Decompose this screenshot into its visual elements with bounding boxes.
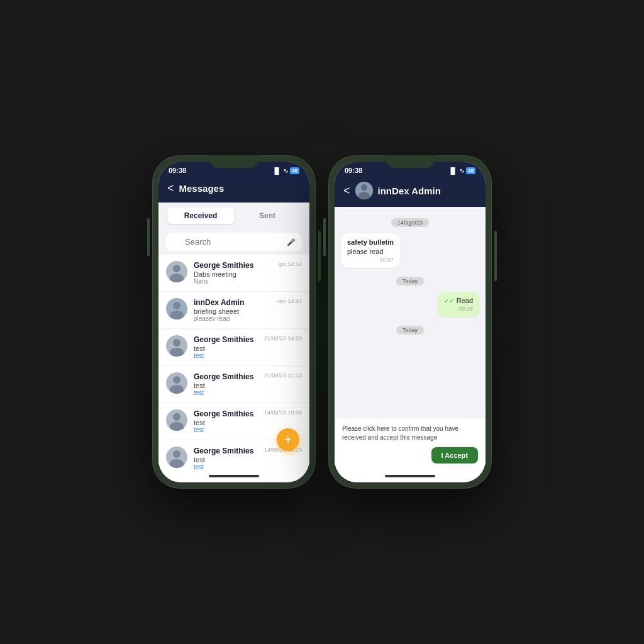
msg-sender: George Smithies bbox=[194, 409, 253, 418]
avatar bbox=[166, 372, 187, 394]
bubble-title: safety bulletin bbox=[347, 238, 394, 246]
phone-right-screen: 09:38 ▐▌ ∿ 48 < innDex Admin bbox=[335, 162, 486, 482]
msg-time: 21/08/23 14:20 bbox=[264, 335, 302, 341]
contact-name: innDex Admin bbox=[378, 186, 441, 196]
search-bar: 🔍 🎤 bbox=[158, 229, 309, 255]
date-label-3: Today bbox=[341, 323, 479, 335]
list-item[interactable]: innDex Admin ven 14:42 briefing sheeet p… bbox=[158, 292, 309, 329]
compose-fab[interactable]: + bbox=[277, 428, 299, 451]
search-wrapper: 🔍 🎤 bbox=[166, 233, 302, 251]
tab-sent[interactable]: Sent bbox=[234, 208, 301, 224]
phone-right: 09:38 ▐▌ ∿ 48 < innDex Admin bbox=[328, 155, 492, 489]
bubble-content-sent: ✓✓ Read 09:38 bbox=[438, 292, 479, 317]
msg-preview: test bbox=[194, 389, 302, 396]
msg-time: 14/08/23 19:58 bbox=[264, 409, 302, 416]
msg-top-row: George Smithies 21/08/23 11:13 bbox=[194, 372, 302, 382]
avatar bbox=[166, 335, 187, 357]
messages-title: Messages bbox=[179, 183, 225, 194]
tab-bar: Received Sent bbox=[158, 203, 309, 229]
avatar bbox=[166, 261, 187, 282]
msg-time: 21/08/23 11:13 bbox=[264, 372, 302, 379]
date-label-2: Today bbox=[341, 274, 479, 286]
bubble-content-received: safety bulletin please read 10:37 bbox=[341, 233, 400, 268]
msg-top-row: George Smithies gio 14:14 bbox=[194, 261, 302, 270]
notch-left bbox=[209, 155, 259, 168]
chat-messages: 14/ago/23 safety bulletin please read 10… bbox=[335, 207, 486, 418]
signal-icon: ▐▌ bbox=[272, 167, 281, 174]
msg-subject: test bbox=[194, 345, 302, 352]
msg-sender: George Smithies bbox=[194, 372, 253, 381]
received-bubble: safety bulletin please read 10:37 bbox=[341, 233, 400, 268]
nav-header-left: < Messages bbox=[158, 177, 309, 203]
msg-subject: test bbox=[194, 419, 302, 426]
phone-left: 09:38 ▐▌ ∿ 48 < Messages Received Sent bbox=[152, 155, 316, 489]
wifi-icon: ∿ bbox=[283, 167, 288, 174]
status-icons-left: ▐▌ ∿ 48 bbox=[272, 167, 299, 174]
status-icons-right: ▐▌ ∿ 48 bbox=[448, 167, 475, 174]
scene: 09:38 ▐▌ ∿ 48 < Messages Received Sent bbox=[0, 0, 644, 644]
msg-top-row: George Smithies 21/08/23 14:20 bbox=[194, 335, 302, 345]
msg-sender: innDex Admin bbox=[194, 298, 244, 307]
chat-screen: 14/ago/23 safety bulletin please read 10… bbox=[335, 207, 486, 482]
avatar bbox=[166, 447, 187, 468]
avatar bbox=[166, 409, 187, 431]
notch-right bbox=[385, 155, 435, 168]
time-right: 09:38 bbox=[345, 167, 362, 174]
read-check-icon: ✓✓ bbox=[444, 297, 454, 304]
msg-subject: briefing sheeet bbox=[194, 308, 302, 315]
contact-avatar bbox=[355, 182, 373, 199]
msg-preview: test bbox=[194, 352, 302, 359]
accept-section: Please click here to confirm that you ha… bbox=[335, 418, 486, 470]
msg-sender: George Smithies bbox=[194, 335, 253, 344]
home-bar-right bbox=[385, 475, 435, 477]
msg-preview: Nans bbox=[194, 278, 302, 285]
home-bar bbox=[209, 475, 259, 477]
msg-sender: George Smithies bbox=[194, 261, 253, 270]
date-badge-3: Today bbox=[396, 326, 424, 335]
wifi-icon-right: ∿ bbox=[459, 167, 464, 174]
bubble-time-received: 10:37 bbox=[347, 257, 394, 263]
msg-subject: test bbox=[194, 382, 302, 389]
msg-top-row: George Smithies 14/08/23 19:58 bbox=[194, 409, 302, 419]
list-item[interactable]: George Smithies 21/08/23 14:20 test test bbox=[158, 329, 309, 366]
msg-preview: pleasev read bbox=[194, 315, 302, 322]
sent-text: Read bbox=[457, 297, 473, 304]
bubble-time-sent: 09:38 bbox=[444, 306, 473, 312]
date-badge: 14/ago/23 bbox=[391, 218, 429, 227]
msg-content: innDex Admin ven 14:42 briefing sheeet p… bbox=[194, 298, 302, 322]
list-item[interactable]: George Smithies 21/08/23 11:13 test test bbox=[158, 366, 309, 403]
msg-sender: George Smithies bbox=[194, 447, 253, 455]
battery-right: 48 bbox=[466, 167, 475, 174]
signal-icon-right: ▐▌ bbox=[448, 167, 457, 174]
list-item[interactable]: George Smithies gio 14:14 Dabs meeting N… bbox=[158, 255, 309, 292]
msg-subject: Dabs meeting bbox=[194, 270, 302, 278]
msg-time: ven 14:42 bbox=[277, 298, 302, 304]
sent-bubble: ✓✓ Read 09:38 bbox=[438, 292, 479, 317]
msg-preview: test bbox=[194, 464, 302, 470]
msg-time: gio 14:14 bbox=[279, 261, 302, 267]
accept-button[interactable]: I Accept bbox=[431, 447, 478, 464]
back-button-left[interactable]: < bbox=[167, 182, 174, 195]
back-button-right[interactable]: < bbox=[343, 184, 350, 197]
chat-nav-header: < innDex Admin bbox=[335, 177, 486, 207]
avatar bbox=[166, 298, 187, 319]
accept-text: Please click here to confirm that you ha… bbox=[342, 425, 478, 442]
battery-left: 48 bbox=[290, 167, 299, 174]
phone-left-screen: 09:38 ▐▌ ∿ 48 < Messages Received Sent bbox=[158, 162, 309, 482]
msg-content: George Smithies gio 14:14 Dabs meeting N… bbox=[194, 261, 302, 285]
msg-content: George Smithies 21/08/23 11:13 test test bbox=[194, 372, 302, 396]
time-left: 09:38 bbox=[169, 167, 186, 174]
mic-icon: 🎤 bbox=[287, 238, 296, 246]
msg-subject: test bbox=[194, 456, 302, 464]
msg-content: George Smithies 21/08/23 14:20 test test bbox=[194, 335, 302, 359]
tab-received[interactable]: Received bbox=[167, 208, 234, 224]
msg-top-row: innDex Admin ven 14:42 bbox=[194, 298, 302, 308]
bubble-body: please read bbox=[347, 248, 394, 255]
home-indicator-left bbox=[158, 470, 309, 482]
date-label-1: 14/ago/23 bbox=[341, 216, 479, 227]
search-input[interactable] bbox=[166, 233, 302, 251]
home-indicator-right bbox=[335, 470, 486, 482]
date-badge-2: Today bbox=[396, 277, 424, 286]
